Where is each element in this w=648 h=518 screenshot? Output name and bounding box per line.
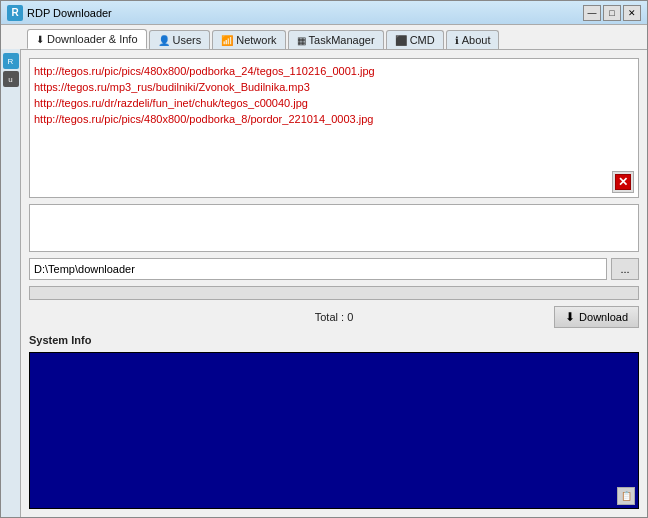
browse-button-label: ... (620, 263, 629, 275)
tab-network[interactable]: 📶 Network (212, 30, 285, 49)
copy-icon: 📋 (621, 491, 632, 501)
tab-about-label: About (462, 34, 491, 46)
total-row: Total : 0 ⬇ Download (29, 306, 639, 328)
url-item-2[interactable]: http://tegos.ru/dr/razdeli/fun_inet/chuk… (34, 95, 634, 111)
close-button[interactable]: ✕ (623, 5, 641, 21)
network-tab-icon: 📶 (221, 35, 233, 46)
delete-icon: ✕ (615, 174, 631, 190)
tab-downloader-label: Downloader & Info (47, 33, 138, 45)
downloader-content: http://tegos.ru/pic/pics/480x800/podbork… (21, 50, 647, 517)
copy-button[interactable]: 📋 (617, 487, 635, 505)
sidebar-item-1[interactable]: R (3, 53, 19, 69)
download-button[interactable]: ⬇ Download (554, 306, 639, 328)
tab-users[interactable]: 👤 Users (149, 30, 211, 49)
tab-cmd[interactable]: ⬛ CMD (386, 30, 444, 49)
sidebar-item-2[interactable]: u (3, 71, 19, 87)
downloader-tab-icon: ⬇ (36, 34, 44, 45)
title-bar: R RDP Downloader — □ ✕ (1, 1, 647, 25)
content-wrapper: R u ⬇ Downloader & Info 👤 Users 📶 Networ… (1, 25, 647, 517)
browse-button[interactable]: ... (611, 258, 639, 280)
download-icon: ⬇ (565, 310, 575, 324)
system-info-label: System Info (29, 334, 639, 346)
users-tab-icon: 👤 (158, 35, 170, 46)
cmd-tab-icon: ⬛ (395, 35, 407, 46)
tab-bar: ⬇ Downloader & Info 👤 Users 📶 Network ▦ … (21, 25, 647, 50)
window-title: RDP Downloader (27, 7, 583, 19)
path-input[interactable] (29, 258, 607, 280)
maximize-button[interactable]: □ (603, 5, 621, 21)
main-body: ⬇ Downloader & Info 👤 Users 📶 Network ▦ … (21, 25, 647, 517)
tab-taskmanager-label: TaskManager (309, 34, 375, 46)
tab-about[interactable]: ℹ About (446, 30, 500, 49)
tab-taskmanager[interactable]: ▦ TaskManager (288, 30, 384, 49)
about-tab-icon: ℹ (455, 35, 459, 46)
tab-cmd-label: CMD (410, 34, 435, 46)
progress-bar (29, 286, 639, 300)
path-row: ... (29, 258, 639, 280)
window-controls: — □ ✕ (583, 5, 641, 21)
tab-users-label: Users (173, 34, 202, 46)
total-label: Total : 0 (315, 311, 354, 323)
url-input[interactable] (30, 205, 638, 251)
delete-button[interactable]: ✕ (612, 171, 634, 193)
tab-downloader[interactable]: ⬇ Downloader & Info (27, 29, 147, 49)
minimize-button[interactable]: — (583, 5, 601, 21)
tab-network-label: Network (236, 34, 276, 46)
url-list: http://tegos.ru/pic/pics/480x800/podbork… (29, 58, 639, 198)
url-item-3[interactable]: http://tegos.ru/pic/pics/480x800/podbork… (34, 111, 634, 127)
url-item-0[interactable]: http://tegos.ru/pic/pics/480x800/podbork… (34, 63, 634, 79)
download-button-label: Download (579, 311, 628, 323)
url-item-1[interactable]: https://tegos.ru/mp3_rus/budilniki/Zvono… (34, 79, 634, 95)
main-window: R RDP Downloader — □ ✕ R u ⬇ Downloader … (0, 0, 648, 518)
taskmanager-tab-icon: ▦ (297, 35, 306, 46)
sidebar: R u (1, 49, 21, 517)
url-input-container (29, 204, 639, 252)
app-icon: R (7, 5, 23, 21)
system-info-box: 📋 (29, 352, 639, 509)
